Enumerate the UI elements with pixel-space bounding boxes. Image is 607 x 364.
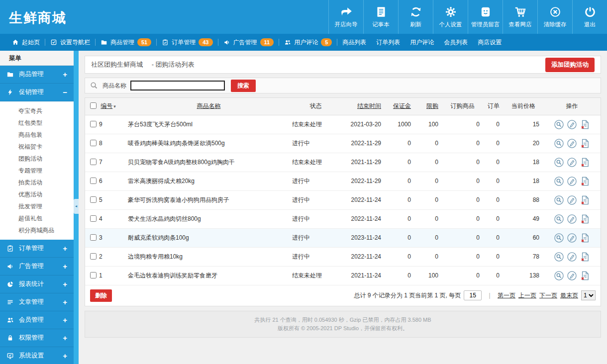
row-checkbox[interactable] [90,215,97,222]
column-ordered-goods: 订购商品 [441,98,484,115]
nav-item-navbar-settings[interactable]: 设置导航栏 [45,38,95,47]
delete-icon[interactable] [580,252,590,262]
open-shop-wizard-button[interactable]: 开店向导 [328,0,363,34]
clear-cache-button[interactable]: 清除缓存 [537,0,572,34]
edit-icon[interactable] [567,195,577,205]
sidebar-item-value-pack[interactable]: 超值礼包 [0,212,74,224]
nav-item-order-list[interactable]: 订单列表 [371,38,405,47]
search-button[interactable]: 搜索 [231,80,256,92]
sort-by-id[interactable]: 编号 [101,102,112,109]
nav-item-ads[interactable]: 广告管理 11 [218,38,279,47]
view-icon[interactable] [554,158,564,167]
delete-button[interactable]: 删除 [90,289,112,302]
nav-item-products[interactable]: 商品管理 51 [96,38,156,47]
sidebar-group-articles[interactable]: 文章管理 + [0,293,74,311]
row-end-time: 2021-11-29 [342,153,384,172]
refresh-button[interactable]: 刷新 [398,0,433,34]
row-checkbox[interactable] [90,272,97,278]
row-orders: 0 [484,190,504,209]
sidebar-group-products[interactable]: 商品管理 + [0,66,74,84]
sidebar-group-members[interactable]: 会员管理 + [0,311,74,329]
add-groupbuy-button[interactable]: 添加团购活动 [545,58,595,72]
last-page-link[interactable]: 最末页 [560,291,578,300]
row-checkbox[interactable] [90,253,97,260]
edit-icon[interactable] [567,214,577,224]
view-icon[interactable] [554,252,564,262]
row-checkbox[interactable] [90,178,97,184]
sidebar-item-discount[interactable]: 优惠活动 [0,188,74,200]
nav-item-shop-settings[interactable]: 商店设置 [473,38,506,47]
edit-icon[interactable] [567,252,577,262]
row-checkbox[interactable] [90,121,97,127]
view-icon[interactable] [554,139,564,148]
sidebar-item-redpacket[interactable]: 红包类型 [0,117,74,129]
view-icon[interactable] [554,214,564,224]
first-page-link[interactable]: 第一页 [498,291,515,300]
row-checkbox[interactable] [90,234,97,241]
edit-icon[interactable] [567,158,577,167]
delete-icon[interactable] [580,158,590,167]
row-checkbox[interactable] [90,140,97,146]
sort-by-name[interactable]: 商品名称 [197,102,221,109]
sidebar-group-system[interactable]: 系统设置 + [0,347,74,364]
nav-item-orders[interactable]: 订单管理 43 [157,38,217,47]
sidebar-item-packaging[interactable]: 商品包装 [0,129,74,141]
sidebar-group-promotions[interactable]: 促销管理 − [0,84,74,101]
sidebar-item-points-mall[interactable]: 积分商城商品 [0,224,74,236]
group-label: 权限管理 [19,334,63,342]
nav-item-member-list[interactable]: 会员列表 [439,38,473,47]
nav-item-product-list[interactable]: 商品列表 [337,38,371,47]
delete-icon[interactable] [580,139,590,148]
delete-icon[interactable] [580,195,590,205]
products-count-badge: 51 [137,38,151,46]
sidebar-collapse-handle[interactable]: ◂ [74,199,79,214]
view-icon[interactable] [554,177,564,186]
per-page-input[interactable] [464,290,482,300]
edit-icon[interactable] [567,233,577,243]
sort-by-deposit[interactable]: 保证金 [393,102,411,109]
view-icon[interactable] [554,195,564,205]
prev-page-link[interactable]: 上一页 [518,291,536,300]
sort-by-end[interactable]: 结束时间 [357,102,381,109]
edit-icon[interactable] [567,120,577,129]
view-shop-button[interactable]: 查看网店 [503,0,537,34]
sidebar-group-reports[interactable]: 报表统计 + [0,275,74,293]
row-id: 4 [99,215,102,222]
row-end-time: 2023-11-24 [342,228,384,247]
view-icon[interactable] [554,271,564,280]
personal-settings-button[interactable]: 个人设置 [433,0,468,34]
sidebar-item-topics[interactable]: 专题管理 [0,165,74,177]
delete-icon[interactable] [580,271,590,280]
delete-icon[interactable] [580,233,590,243]
view-icon[interactable] [554,120,564,129]
delete-icon[interactable] [580,177,590,186]
row-checkbox[interactable] [90,159,97,165]
nav-item-home[interactable]: 起始页 [7,38,45,47]
logout-button[interactable]: 退出 [572,0,607,34]
edit-icon[interactable] [567,177,577,186]
edit-icon[interactable] [567,139,577,148]
notepad-button[interactable]: 记事本 [363,0,398,34]
sidebar-group-orders[interactable]: 订单管理 + [0,240,74,258]
view-icon[interactable] [554,233,564,243]
sort-by-limit[interactable]: 限购 [426,102,438,109]
page-select[interactable]: 1 [581,290,596,300]
sidebar-item-greeting-card[interactable]: 祝福贺卡 [0,141,74,153]
sidebar-item-auction[interactable]: 拍卖活动 [0,177,74,188]
edit-icon[interactable] [567,271,577,280]
sidebar-item-wholesale[interactable]: 批发管理 [0,200,74,212]
next-page-link[interactable]: 下一页 [539,291,557,300]
select-all-checkbox[interactable] [90,102,97,109]
product-name-input[interactable] [130,81,225,91]
sidebar-group-permissions[interactable]: 权限管理 + [0,329,74,347]
row-checkbox[interactable] [90,196,97,203]
nav-item-user-comment-list[interactable]: 用户评论 [405,38,439,47]
row-ordered: 0 [441,228,484,247]
delete-icon[interactable] [580,120,590,129]
sidebar-group-ads[interactable]: 广告管理 + [0,258,74,275]
sidebar-item-treasure[interactable]: 夺宝奇兵 [0,105,74,117]
sidebar-item-group-buy[interactable]: 团购活动 [0,153,74,165]
nav-item-user-comments[interactable]: 用户评论 5 [279,38,337,47]
admin-message-button[interactable]: 管理员留言 [468,0,503,34]
delete-icon[interactable] [580,214,590,224]
